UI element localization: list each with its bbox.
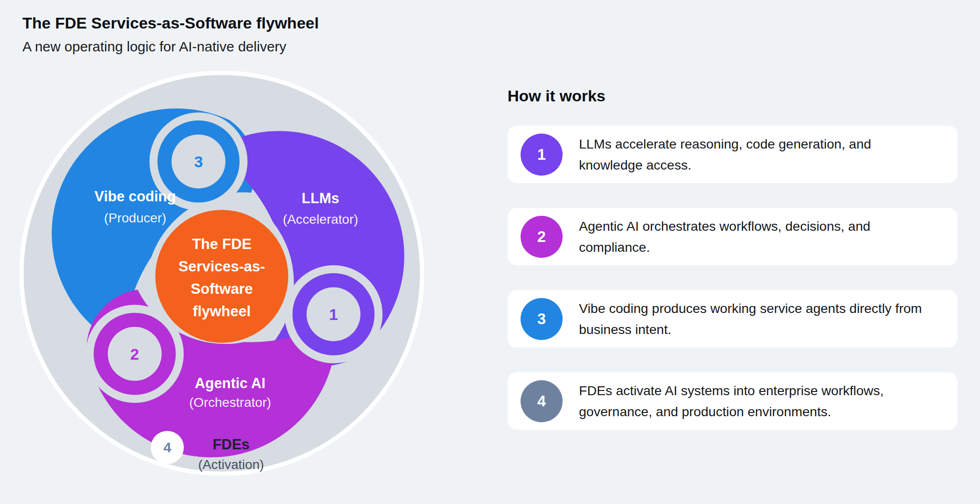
step-number-2: 2 [130, 345, 139, 363]
label-vibe-coding: Vibe coding [94, 188, 176, 205]
step-badge-4: 4 [521, 380, 563, 422]
page: The FDE Services-as-Software flywheel A … [0, 0, 980, 504]
step-card-3: 3 Vibe coding produces working service a… [508, 290, 958, 348]
role-accelerator: (Accelerator) [283, 212, 358, 227]
step-number-1: 1 [329, 305, 338, 323]
step-card-4-line-1: FDEs activate AI systems into enterprise… [579, 380, 884, 401]
hub-line-3: Software [191, 280, 253, 297]
step-card-1-text: LLMs accelerate reasoning, code generati… [579, 134, 871, 176]
step-card-4-text: FDEs activate AI systems into enterprise… [579, 380, 884, 422]
hub-line-2: Services-as- [178, 258, 265, 275]
hub-line-1: The FDE [192, 235, 252, 252]
step-badge-1-number: 1 [537, 146, 546, 163]
step-card-1: 1 LLMs accelerate reasoning, code genera… [508, 126, 958, 183]
step-card-3-text: Vibe coding produces working service age… [579, 298, 922, 340]
step-badge-1: 1 [521, 134, 563, 176]
step-badge-3: 3 [521, 298, 563, 340]
flywheel-diagram: 3 1 2 4 The FDE Services-as- Software fl… [20, 71, 424, 476]
step-badge-2: 2 [521, 216, 563, 258]
step-card-1-line-1: LLMs accelerate reasoning, code generati… [579, 134, 871, 155]
step-number-3: 3 [194, 153, 203, 170]
step-card-3-line-1: Vibe coding produces working service age… [579, 298, 922, 319]
step-number-4: 4 [163, 440, 171, 455]
step-card-2-line-1: Agentic AI orchestrates workflows, decis… [579, 216, 870, 237]
step-badge-4-number: 4 [537, 392, 546, 410]
step-card-4: 4 FDEs activate AI systems into enterpri… [508, 372, 958, 430]
header: The FDE Services-as-Software flywheel A … [22, 14, 319, 55]
step-card-2-text: Agentic AI orchestrates workflows, decis… [579, 216, 870, 258]
step-badge-3-number: 3 [537, 310, 546, 328]
step-card-1-line-2: knowledge access. [579, 155, 871, 176]
label-fdes: FDEs [213, 437, 250, 453]
role-producer: (Producer) [104, 210, 166, 225]
page-title: The FDE Services-as-Software flywheel [22, 14, 319, 32]
label-llms: LLMs [302, 190, 339, 206]
role-orchestrator: (Orchestrator) [189, 395, 271, 410]
how-it-works-heading: How it works [508, 87, 958, 105]
how-it-works-panel: How it works 1 LLMs accelerate reasoning… [508, 87, 958, 105]
step-card-2: 2 Agentic AI orchestrates workflows, dec… [508, 208, 958, 265]
step-card-4-line-2: governance, and production environments. [579, 401, 884, 422]
hub-line-4: flywheel [193, 303, 251, 319]
role-activation: (Activation) [198, 457, 264, 472]
step-card-2-line-2: compliance. [579, 237, 870, 258]
step-card-3-line-2: business intent. [579, 319, 922, 340]
how-it-works-list: 1 LLMs accelerate reasoning, code genera… [508, 126, 958, 454]
step-badge-2-number: 2 [537, 228, 546, 246]
label-agentic-ai: Agentic AI [195, 375, 265, 391]
flywheel-hub [155, 210, 289, 343]
page-subtitle: A new operating logic for AI-native deli… [22, 39, 319, 55]
